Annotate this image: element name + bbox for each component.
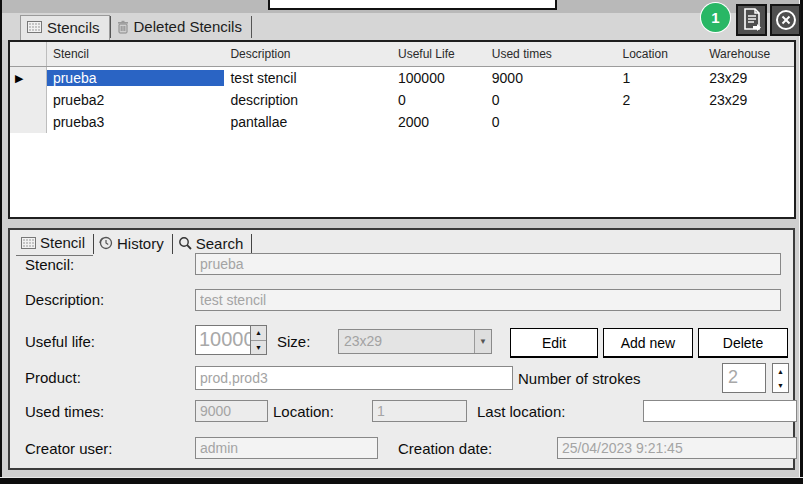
- tab-stencil-detail-label: Stencil: [40, 234, 85, 251]
- creation-date-input[interactable]: [557, 437, 797, 459]
- window-border-left: [0, 0, 2, 484]
- stencil-field-label: Stencil:: [25, 256, 74, 273]
- used-times-input[interactable]: [195, 400, 268, 422]
- column-header-description[interactable]: Description: [224, 47, 392, 61]
- cell-used-times[interactable]: 9000: [486, 70, 617, 86]
- cell-used-times[interactable]: 0: [486, 92, 617, 108]
- creator-user-field-label: Creator user:: [25, 440, 113, 457]
- cell-used-times[interactable]: 0: [486, 114, 617, 130]
- stencil-grid: Stencil Description Useful Life Used tim…: [8, 40, 796, 219]
- useful-life-field-label: Useful life:: [25, 333, 95, 350]
- strokes-spin-buttons[interactable]: ▲ ▼: [772, 363, 789, 393]
- row-selector-cell: [10, 89, 47, 111]
- column-header-useful-life[interactable]: Useful Life: [392, 47, 486, 61]
- spin-down-icon[interactable]: ▼: [773, 378, 788, 392]
- cell-description[interactable]: test stencil: [224, 70, 392, 86]
- last-location-input[interactable]: [643, 400, 797, 422]
- size-select[interactable]: 23x29 ▼: [338, 329, 492, 354]
- export-report-icon: [742, 8, 762, 32]
- stencil-input[interactable]: [195, 253, 781, 275]
- cell-stencil[interactable]: prueba3: [47, 114, 225, 130]
- step-badge: 1: [701, 3, 730, 32]
- tab-separator: [251, 16, 252, 38]
- window-border-right: [799, 0, 803, 484]
- size-value: 23x29: [339, 330, 474, 353]
- cell-description[interactable]: pantallae: [224, 114, 392, 130]
- cell-location[interactable]: 2: [616, 92, 703, 108]
- table-row[interactable]: ▶ prueba test stencil 100000 9000 1 23x2…: [10, 67, 794, 89]
- add-new-button[interactable]: Add new: [603, 328, 693, 358]
- spin-up-icon[interactable]: ▲: [773, 364, 788, 378]
- main-tabbar: Stencils Deleted Stencils: [2, 13, 797, 40]
- cell-location[interactable]: 1: [616, 70, 703, 86]
- grid-header-row: Stencil Description Useful Life Used tim…: [10, 42, 794, 67]
- location-field-label: Location:: [273, 403, 334, 420]
- tab-deleted-stencils[interactable]: Deleted Stencils: [111, 15, 251, 40]
- column-header-used-times[interactable]: Used times: [486, 47, 617, 61]
- trash-icon: [117, 20, 129, 34]
- tab-stencils-label: Stencils: [47, 19, 100, 36]
- strokes-spinner[interactable]: 2 ▲ ▼: [722, 363, 789, 393]
- row-selector-cell: ▶: [10, 67, 47, 89]
- window-border-bottom: [0, 477, 803, 484]
- cropped-window-remnant: [268, 0, 557, 10]
- table-row[interactable]: prueba2 description 0 0 2 23x29: [10, 89, 794, 111]
- size-field-label: Size:: [277, 333, 310, 350]
- column-header-warehouse[interactable]: Warehouse: [703, 47, 794, 61]
- strokes-field-label: Number of strokes: [518, 370, 641, 387]
- history-icon: [99, 236, 113, 250]
- row-selector-cell: [10, 111, 47, 133]
- table-row[interactable]: prueba3 pantallae 2000 0: [10, 111, 794, 133]
- column-header-stencil[interactable]: Stencil: [47, 47, 225, 61]
- export-report-button[interactable]: [736, 4, 767, 36]
- useful-life-spinner[interactable]: 100000 ▲ ▼: [195, 325, 267, 355]
- cell-warehouse[interactable]: 23x29: [703, 92, 794, 108]
- useful-life-value: 100000: [195, 325, 251, 355]
- grid-corner-cell: [10, 42, 47, 66]
- tab-search-label: Search: [196, 235, 244, 252]
- row-selector-arrow: ▶: [15, 73, 23, 84]
- tab-deleted-stencils-label: Deleted Stencils: [134, 18, 242, 35]
- edit-button[interactable]: Edit: [510, 328, 598, 358]
- tab-stencils[interactable]: Stencils: [20, 15, 110, 40]
- cell-useful-life[interactable]: 100000: [392, 70, 486, 86]
- creator-user-input[interactable]: [195, 437, 378, 459]
- tab-history[interactable]: History: [94, 232, 172, 256]
- close-icon: [775, 9, 797, 31]
- product-field-label: Product:: [25, 369, 81, 386]
- spin-down-icon[interactable]: ▼: [251, 341, 266, 355]
- cell-description[interactable]: description: [224, 92, 392, 108]
- spin-up-icon[interactable]: ▲: [251, 326, 266, 341]
- tab-separator: [251, 234, 252, 254]
- cell-stencil[interactable]: prueba: [47, 70, 225, 86]
- chevron-down-icon[interactable]: ▼: [474, 330, 491, 353]
- stencil-icon: [21, 237, 36, 249]
- tab-stencil-detail[interactable]: Stencil: [16, 232, 93, 256]
- cell-useful-life[interactable]: 0: [392, 92, 486, 108]
- description-field-label: Description:: [25, 291, 104, 308]
- cell-stencil[interactable]: prueba2: [47, 92, 225, 108]
- cell-useful-life[interactable]: 2000: [392, 114, 486, 130]
- used-times-field-label: Used times:: [25, 403, 104, 420]
- tab-history-label: History: [117, 235, 164, 252]
- strokes-value: 2: [722, 363, 766, 393]
- product-input[interactable]: [195, 366, 513, 390]
- creation-date-field-label: Creation date:: [398, 440, 492, 457]
- description-input[interactable]: [195, 289, 781, 311]
- search-icon: [178, 236, 192, 250]
- stencil-icon: [27, 21, 42, 33]
- column-header-location[interactable]: Location: [616, 47, 703, 61]
- close-button[interactable]: [770, 4, 801, 36]
- location-input[interactable]: [372, 400, 467, 422]
- delete-button[interactable]: Delete: [698, 328, 788, 358]
- cell-warehouse[interactable]: 23x29: [703, 70, 794, 86]
- useful-life-spin-buttons[interactable]: ▲ ▼: [251, 325, 267, 355]
- last-location-field-label: Last location:: [477, 403, 565, 420]
